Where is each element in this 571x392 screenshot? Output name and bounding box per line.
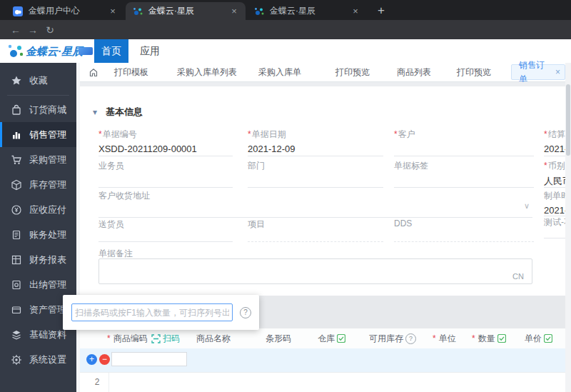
layers-icon: [11, 329, 22, 341]
checkbox-checked-icon[interactable]: [544, 334, 552, 343]
close-icon[interactable]: ×: [350, 6, 361, 17]
field-project[interactable]: 项目: [248, 218, 383, 242]
browser-tab-title: 金蝶用户中心: [29, 5, 103, 17]
workspace-tab-product-list[interactable]: 商品列表: [397, 63, 431, 81]
sidebar-item-cashier[interactable]: 出纳管理: [0, 272, 76, 297]
reload-icon[interactable]: ↻: [43, 23, 57, 37]
add-row-button[interactable]: +: [86, 354, 97, 365]
remark-textarea[interactable]: [98, 258, 532, 284]
workspace-tab-purchase-inbound[interactable]: 采购入库单: [258, 63, 301, 81]
help-icon[interactable]: ?: [240, 307, 251, 318]
vertical-scrollbar[interactable]: [565, 63, 571, 392]
sidebar-item-favorites[interactable]: 收藏: [0, 68, 76, 93]
field-delivery-person[interactable]: 送货员: [98, 218, 233, 242]
field-label: 送货员: [98, 218, 233, 231]
scan-code-button[interactable]: 扫码: [151, 328, 180, 348]
sidebar-item-inventory[interactable]: 库存管理: [0, 172, 76, 197]
sidebar-item-purchase[interactable]: 采购管理: [0, 147, 76, 172]
forward-icon[interactable]: →: [26, 23, 40, 37]
product-table-header: *商品编码 扫码 商品名称 条形码 仓库 可用库存 ? *单位 *数量 单价: [80, 328, 565, 349]
close-icon[interactable]: ×: [107, 6, 118, 17]
required-star: *: [433, 333, 436, 343]
nav-home[interactable]: 首页: [94, 39, 128, 63]
sidebar-item-financial-reports[interactable]: 财务报表: [0, 247, 76, 272]
delete-row-button[interactable]: −: [99, 354, 110, 365]
remark-counter: CN: [512, 272, 524, 281]
sidebar-item-label: 订货商城: [29, 104, 66, 116]
sidebar-item-receivable-payable[interactable]: 应收应付: [0, 197, 76, 222]
sidebar-item-settings[interactable]: 系统设置: [0, 347, 76, 372]
screen: 金蝶用户中心 × 金蝶云·星辰 × 金蝶云·星辰 × + ← → ↻ tf.jd…: [0, 0, 571, 392]
sidebar-item-sales[interactable]: 销售管理: [0, 122, 76, 147]
chevron-down-icon[interactable]: ∨: [524, 201, 530, 211]
column-quantity: *数量: [472, 328, 506, 348]
cloud-favicon-icon: [13, 6, 23, 16]
scrollbar-thumb[interactable]: [566, 84, 570, 156]
workspace-tab-bar: 打印模板 采购入库单列表 采购入库单 打印预览 商品列表 打印预览 销售订单 ×: [76, 63, 565, 82]
sidebar-item-label: 财务报表: [29, 253, 66, 266]
report-grid-icon: [11, 254, 22, 266]
browser-tab-title: 金蝶云·星辰: [270, 5, 345, 17]
field-label: *单据日期: [248, 129, 383, 141]
required-star: *: [98, 129, 102, 139]
field-customer-address[interactable]: 客户收货地址 ∨: [98, 190, 532, 218]
checkbox-checked-icon[interactable]: [497, 334, 506, 343]
workspace-tab-print-preview-2[interactable]: 打印预览: [457, 63, 491, 81]
sidebar-item-label: 库存管理: [29, 179, 66, 191]
field-bill-date[interactable]: *单据日期 2021-12-09: [248, 129, 383, 156]
column-product-code: *商品编码: [107, 328, 148, 348]
scan-button-label: 扫码: [163, 333, 180, 345]
workspace-tab-print-preview-1[interactable]: 打印预览: [335, 63, 370, 81]
cashier-book-icon: [11, 279, 22, 291]
field-value: 2021-12-09: [248, 144, 383, 154]
sidebar-item-order-mall[interactable]: 订货商城: [0, 97, 76, 122]
section-basic-info[interactable]: ▾ 基本信息: [93, 106, 143, 119]
browser-tab-jdy-active[interactable]: 金蝶云·星辰 ×: [126, 2, 246, 20]
column-unit: *单位: [433, 328, 456, 348]
field-customer[interactable]: *客户: [394, 129, 534, 156]
help-icon[interactable]: ?: [405, 333, 416, 344]
required-star: *: [544, 161, 547, 171]
sidebar-divider: [7, 95, 69, 96]
column-available-stock: 可用库存 ?: [369, 328, 416, 348]
table-row[interactable]: 2: [80, 372, 565, 392]
star-icon: [11, 75, 22, 86]
back-icon[interactable]: ←: [9, 23, 23, 37]
required-star: *: [248, 129, 251, 139]
field-salesperson[interactable]: 业务员: [98, 160, 233, 188]
required-star: *: [394, 129, 398, 139]
row-number-divider: [108, 373, 109, 392]
field-bill-tag[interactable]: 单据标签: [394, 160, 534, 188]
caret-down-icon[interactable]: ▾: [93, 107, 97, 117]
field-bill-number[interactable]: *单据编号 XSDD-20211209-00001: [98, 129, 233, 156]
sidebar-item-label: 基础资料: [29, 328, 66, 341]
close-icon[interactable]: ×: [228, 6, 240, 17]
cart-icon: [11, 154, 22, 166]
workspace-tab-print-template[interactable]: 打印模板: [114, 63, 148, 81]
product-code-input[interactable]: [111, 352, 187, 366]
field-dds[interactable]: DDS: [394, 218, 534, 242]
browser-tab-jdy[interactable]: 金蝶云·星辰 ×: [247, 2, 367, 20]
workspace-tab-sales-order-active[interactable]: 销售订单 ×: [511, 64, 565, 80]
row-number: 2: [90, 373, 104, 392]
browser-tab-user-center[interactable]: 金蝶用户中心 ×: [6, 2, 124, 20]
sidebar-item-label: 应收应付: [29, 203, 66, 216]
close-icon[interactable]: ×: [555, 65, 560, 79]
new-tab-icon[interactable]: +: [373, 3, 390, 20]
browser-tabstrip: 金蝶用户中心 × 金蝶云·星辰 × 金蝶云·星辰 × +: [0, 0, 571, 20]
required-star: *: [107, 333, 111, 343]
scan-barcode-input[interactable]: [71, 303, 233, 321]
sidebar-item-accounting[interactable]: 账务处理: [0, 222, 76, 247]
kingdee-logo-icon: [7, 44, 24, 59]
field-label: 项目: [248, 218, 383, 231]
sidebar-item-label: 出纳管理: [29, 278, 66, 291]
workspace-tab-purchase-inbound-list[interactable]: 采购入库单列表: [177, 63, 237, 81]
checkbox-checked-icon[interactable]: [337, 334, 345, 343]
brand-name: 金蝶云·星辰: [26, 45, 83, 59]
sidebar-item-label: 收藏: [29, 74, 48, 87]
coin-icon: [11, 204, 22, 216]
table-row-selected[interactable]: + −: [80, 348, 565, 372]
scan-icon: [151, 334, 161, 343]
field-department[interactable]: 部门: [248, 160, 383, 188]
nav-apps[interactable]: 应用: [140, 39, 160, 63]
